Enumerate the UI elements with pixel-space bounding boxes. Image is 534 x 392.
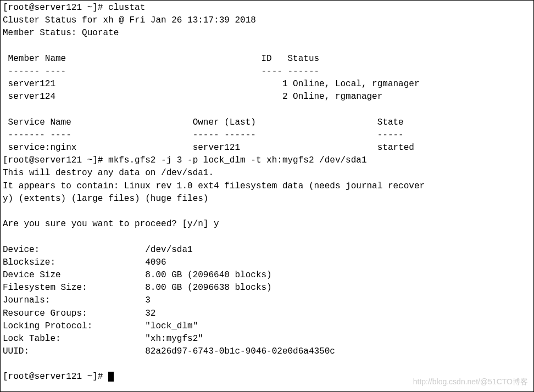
member-header: Member Name ID Status: [3, 54, 319, 64]
shell-prompt: [root@server121 ~]#: [3, 3, 108, 13]
terminal-output[interactable]: [root@server121 ~]# clustat Cluster Stat…: [1, 1, 533, 385]
watermark-text: http://blog.csdn.net/@51CTO博客: [413, 376, 528, 387]
cursor-icon: [108, 372, 114, 382]
fssize-line: Filesystem Size: 8.00 GB (2096638 blocks…: [3, 283, 272, 293]
cluster-status-line: Cluster Status for xh @ Fri Jan 26 13:17…: [3, 15, 256, 25]
destroy-warning: This will destroy any data on /dev/sda1.: [3, 168, 214, 178]
command-mkfs: mkfs.gfs2 -j 3 -p lock_dlm -t xh:mygfs2 …: [108, 155, 366, 165]
devicesize-line: Device Size 8.00 GB (2096640 blocks): [3, 270, 272, 280]
service-divider: ------- ---- ----- ------ -----: [3, 130, 404, 140]
shell-prompt: [root@server121 ~]#: [3, 155, 108, 165]
blocksize-line: Blocksize: 4096: [3, 257, 166, 267]
member-row: server124 2 Online, rgmanager: [3, 92, 382, 102]
member-row: server121 1 Online, Local, rgmanager: [3, 79, 420, 89]
shell-prompt: [root@server121 ~]#: [3, 372, 108, 382]
locktable-line: Lock Table: "xh:mygfs2": [3, 334, 203, 344]
member-status-line: Member Status: Quorate: [3, 28, 119, 38]
appears-line: y) (extents) (large files) (huge files): [3, 194, 208, 204]
member-divider: ------ ---- ---- ------: [3, 66, 319, 76]
service-header: Service Name Owner (Last) State: [3, 117, 404, 127]
appears-line: It appears to contain: Linux rev 1.0 ext…: [3, 181, 425, 191]
command-clustat: clustat: [108, 3, 145, 13]
device-line: Device: /dev/sda1: [3, 245, 193, 255]
journals-line: Journals: 3: [3, 295, 151, 305]
resourcegroups-line: Resource Groups: 32: [3, 309, 155, 318]
proceed-prompt: Are you sure you want to proceed? [y/n] …: [3, 219, 219, 229]
lockingprotocol-line: Locking Protocol: "lock_dlm": [3, 321, 198, 331]
uuid-line: UUID: 82a26d97-6743-0b1c-9046-02e0d6a435…: [3, 346, 335, 356]
service-row: service:nginx server121 started: [3, 143, 414, 153]
